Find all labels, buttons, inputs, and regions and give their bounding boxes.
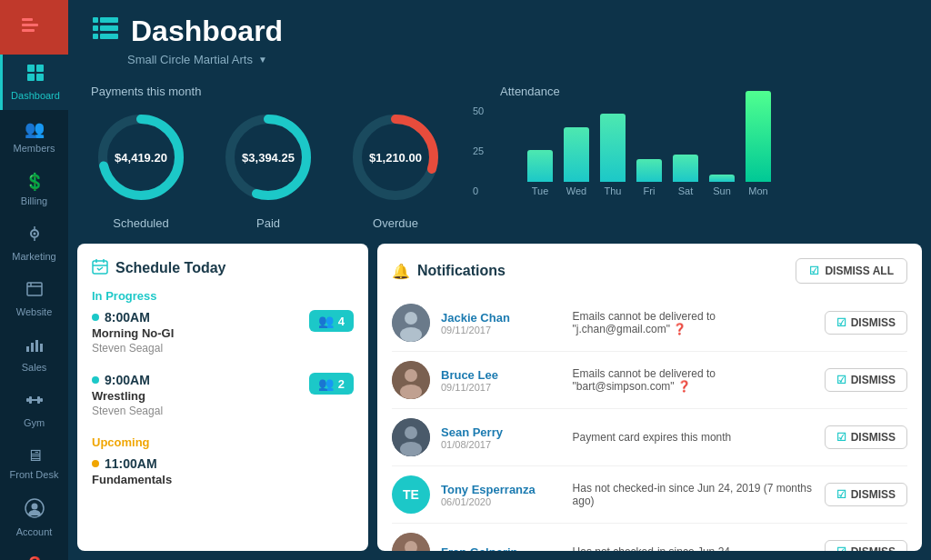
page-title: Dashboard: [131, 15, 283, 48]
sidebar-item-members[interactable]: 👥 Members: [0, 110, 68, 163]
dismiss-button-0[interactable]: ☑ DISMISS: [825, 311, 907, 335]
schedule-title: Schedule Today: [115, 260, 226, 276]
schedule-item-1: 9:00AM Wrestling Steven Seagal 👥 2: [92, 373, 354, 425]
bar-sat-fill: [673, 155, 698, 182]
bell-icon: 🔔: [392, 263, 410, 280]
sidebar-item-label: Account: [16, 526, 53, 537]
notif-message-3: Has not checked-in since Jun 24, 2019 (7…: [573, 482, 814, 507]
bar-tue: Tue: [527, 150, 553, 196]
dismiss-button-1[interactable]: ☑ DISMISS: [825, 368, 907, 392]
svg-point-8: [33, 233, 35, 235]
y-zero: 0: [473, 185, 484, 196]
marketing-icon: [25, 225, 44, 247]
attendees-icon-0: 👥: [318, 314, 334, 328]
sidebar: Dashboard 👥 Members 💲 Billing Marketing: [0, 0, 68, 560]
svg-rect-17: [40, 344, 43, 352]
instructor-1: Steven Seagal: [92, 405, 163, 417]
dismiss-button-2[interactable]: ☑ DISMISS: [825, 425, 907, 449]
svg-rect-21: [37, 396, 40, 404]
notif-date-0: 09/11/2017: [441, 325, 562, 335]
schedule-panel: Schedule Today In Progress 8:00AM Mornin…: [77, 244, 368, 551]
header-title-row: Dashboard: [91, 14, 908, 49]
sidebar-item-label: Dashboard: [11, 90, 60, 101]
notif-info-1: Bruce Lee 09/11/2017: [441, 368, 562, 393]
sidebar-item-billing[interactable]: 💲 Billing: [0, 163, 68, 215]
svg-rect-18: [26, 398, 29, 402]
svg-point-43: [400, 327, 422, 342]
svg-rect-16: [35, 340, 38, 352]
sidebar-item-gym[interactable]: Gym: [0, 382, 68, 437]
sidebar-item-frontdesk[interactable]: 🖥 Front Desk: [0, 437, 68, 489]
notif-avatar-0: [392, 304, 430, 342]
frontdesk-icon: 🖥: [26, 446, 43, 465]
sidebar-item-account[interactable]: Account: [0, 489, 68, 546]
schedule-item-0: 8:00AM Morning No-GI Steven Seagal 👥 4: [92, 310, 354, 362]
notif-message-0: Emails cannot be delivered to "j.chan@gm…: [573, 310, 814, 335]
svg-rect-28: [100, 25, 118, 31]
notif-name-1[interactable]: Bruce Lee: [441, 368, 562, 382]
attendance-title: Attendance: [500, 85, 895, 98]
school-selector[interactable]: Small Circle Martial Arts ▼: [127, 53, 908, 66]
svg-point-42: [405, 312, 417, 325]
notif-row-1: Bruce Lee 09/11/2017 Emails cannot be de…: [392, 352, 907, 409]
sales-icon: [25, 335, 44, 358]
sidebar-item-dashboard[interactable]: Dashboard: [0, 55, 68, 110]
attendee-badge-1[interactable]: 👥 2: [309, 373, 354, 395]
svg-rect-5: [27, 74, 35, 81]
notif-name-4[interactable]: Fran Galperin: [441, 545, 562, 552]
payment-metrics: $4,419.20 Scheduled $3,394.25 Paid: [91, 107, 445, 230]
overdue-metric: $1,210.00 Overdue: [345, 107, 445, 230]
bar-sun: Sun: [709, 175, 735, 196]
svg-point-45: [405, 369, 417, 382]
bar-fri: Fri: [636, 159, 662, 196]
sidebar-item-help[interactable]: ❓ Help: [0, 546, 68, 560]
notif-name-2[interactable]: Sean Perry: [441, 425, 562, 439]
sidebar-item-marketing[interactable]: Marketing: [0, 215, 68, 271]
bar-sat-label: Sat: [678, 185, 694, 196]
paid-label: Paid: [256, 216, 280, 230]
dismiss-button-3[interactable]: ☑ DISMISS: [825, 483, 907, 506]
dismiss-button-4[interactable]: ☑ DISMISS: [825, 540, 907, 551]
notif-name-3[interactable]: Tony Esperranza: [441, 483, 562, 496]
notif-date-2: 01/08/2017: [441, 439, 562, 450]
in-progress-label: In Progress: [92, 289, 354, 303]
attendee-badge-0[interactable]: 👥 4: [309, 310, 354, 332]
svg-rect-37: [93, 261, 107, 274]
bar-sun-fill: [709, 175, 735, 182]
schedule-item-left-1: 9:00AM Wrestling Steven Seagal: [92, 373, 163, 417]
svg-rect-20: [29, 396, 32, 404]
dashboard-icon: [26, 64, 45, 86]
bar-tue-label: Tue: [532, 185, 549, 196]
svg-rect-14: [26, 346, 29, 352]
y-max: 50: [473, 105, 484, 116]
notif-avatar-1: [392, 361, 430, 399]
sidebar-item-sales[interactable]: Sales: [0, 326, 68, 382]
notif-header: 🔔 Notifications ☑ DISMISS ALL: [392, 258, 907, 284]
scheduled-value: $4,419.20: [115, 151, 167, 165]
bar-wed: Wed: [564, 127, 589, 196]
bar-thu: Thu: [600, 114, 626, 196]
school-name: Small Circle Martial Arts: [127, 53, 253, 66]
svg-rect-25: [93, 17, 98, 23]
notif-info-3: Tony Esperranza 06/01/2020: [441, 483, 562, 507]
bar-fri-fill: [636, 159, 662, 182]
bar-thu-label: Thu: [605, 185, 622, 196]
schedule-icon: [92, 258, 108, 278]
dismiss-label-1: DISMISS: [851, 374, 896, 386]
sidebar-item-website[interactable]: Website: [0, 271, 68, 326]
svg-rect-4: [36, 65, 44, 72]
dismiss-all-check-icon: ☑: [809, 265, 819, 277]
schedule-item-2: 11:00AM Fundamentals: [92, 456, 354, 494]
schedule-time-1: 9:00AM: [92, 373, 163, 387]
svg-point-46: [400, 385, 422, 399]
scheduled-donut: $4,419.20: [91, 107, 191, 207]
dismiss-all-button[interactable]: ☑ DISMISS ALL: [796, 258, 907, 284]
dismiss-all-label: DISMISS ALL: [825, 265, 894, 277]
sidebar-item-label: Gym: [24, 417, 45, 428]
bar-mon: Mon: [746, 91, 771, 196]
dismiss-check-icon-2: ☑: [836, 431, 846, 444]
help-icon: ❓: [25, 555, 45, 560]
notif-name-0[interactable]: Jackie Chan: [441, 311, 562, 325]
bar-wed-fill: [564, 127, 589, 182]
sidebar-logo: [0, 0, 68, 55]
